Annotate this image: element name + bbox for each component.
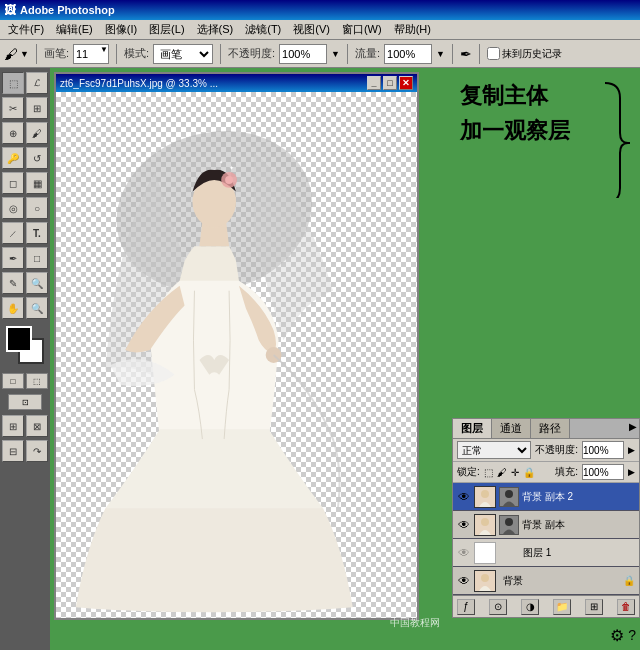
opacity-input[interactable] — [279, 44, 327, 64]
app-icon: 🖼 — [4, 3, 16, 17]
shape-tool[interactable]: □ — [26, 247, 48, 269]
pen-tool[interactable]: ✒ — [2, 247, 24, 269]
brush-tool[interactable]: 🖌 — [26, 122, 48, 144]
menu-select[interactable]: 选择(S) — [191, 20, 240, 39]
mode-select[interactable]: 画笔 — [153, 44, 213, 64]
opacity-arrow[interactable]: ▶ — [628, 445, 635, 455]
brush-dropdown-arrow[interactable]: ▼ — [20, 49, 29, 59]
close-btn[interactable]: ✕ — [399, 76, 413, 90]
menu-image[interactable]: 图像(I) — [99, 20, 143, 39]
opacity-arrow[interactable]: ▼ — [331, 49, 340, 59]
text-tool[interactable]: T. — [26, 222, 48, 244]
eyedropper-tool[interactable]: 🔍 — [26, 272, 48, 294]
tab-paths[interactable]: 路径 — [531, 419, 570, 438]
lock-paint-btn[interactable]: 🖌 — [497, 467, 507, 478]
blur-tool[interactable]: ◎ — [2, 197, 24, 219]
menu-edit[interactable]: 编辑(E) — [50, 20, 99, 39]
history-checkbox-label[interactable]: 抹到历史记录 — [487, 47, 562, 61]
title-bar: 🖼 Adobe Photoshop — [0, 0, 640, 20]
layer-name-2: 图层 1 — [523, 546, 635, 560]
slice-tool[interactable]: ⊞ — [26, 97, 48, 119]
eraser-tool[interactable]: ◻ — [2, 172, 24, 194]
menu-layer[interactable]: 图层(L) — [143, 20, 190, 39]
brush-tool-indicator: 🖌 ▼ — [4, 46, 29, 62]
dodge-tool[interactable]: ○ — [26, 197, 48, 219]
panel-menu-btn[interactable]: ▶ — [627, 419, 639, 438]
clone-tool[interactable]: 🔑 — [2, 147, 24, 169]
screen-mode-btn[interactable]: ⊡ — [8, 394, 42, 410]
layer-visibility-2[interactable]: 👁 — [457, 546, 471, 560]
layer-visibility-1[interactable]: 👁 — [457, 518, 471, 532]
layer-row-3[interactable]: 👁 背景 🔒 — [453, 567, 639, 595]
layer-thumbnail-1 — [474, 514, 496, 536]
crop-tool[interactable]: ✂ — [2, 97, 24, 119]
history-checkbox[interactable] — [487, 47, 500, 60]
lasso-tool[interactable]: 𝓛 — [26, 72, 48, 94]
healing-tool[interactable]: ⊕ — [2, 122, 24, 144]
annotation-tool[interactable]: ✎ — [2, 272, 24, 294]
maximize-btn[interactable]: □ — [383, 76, 397, 90]
layer-group-btn[interactable]: 📁 — [553, 599, 571, 615]
layer-visibility-3[interactable]: 👁 — [457, 574, 471, 588]
new-layer-btn[interactable]: ⊞ — [585, 599, 603, 615]
minimize-btn[interactable]: _ — [367, 76, 381, 90]
fill-input[interactable] — [582, 464, 624, 480]
svg-point-7 — [481, 490, 489, 498]
lock-transparent-btn[interactable]: ⬚ — [484, 467, 493, 478]
mode-switcher: □ ⬚ — [2, 373, 48, 389]
opacity-label: 不透明度: — [535, 443, 578, 457]
airbrush-btn[interactable]: ✒ — [460, 46, 472, 62]
tool-row-10: ✋ 🔍 — [2, 297, 48, 319]
menu-help[interactable]: 帮助(H) — [388, 20, 437, 39]
app-title: Adobe Photoshop — [20, 4, 115, 16]
tool-row-7: ⟋ T. — [2, 222, 48, 244]
settings-icon[interactable]: ⚙ — [610, 626, 624, 645]
bottom-icons: ⚙ ? — [450, 620, 640, 650]
layer-thumbnail-3 — [474, 570, 496, 592]
menu-file[interactable]: 文件(F) — [2, 20, 50, 39]
layer-row-1[interactable]: 👁 背景 副本 — [453, 511, 639, 539]
extra-tool-3[interactable]: ⊟ — [2, 440, 24, 462]
flow-input[interactable] — [384, 44, 432, 64]
hand-tool[interactable]: ✋ — [2, 297, 24, 319]
flow-arrow[interactable]: ▼ — [436, 49, 445, 59]
tab-channels[interactable]: 通道 — [492, 419, 531, 438]
quick-mask-mode[interactable]: ⬚ — [26, 373, 48, 389]
delete-layer-btn[interactable]: 🗑 — [617, 599, 635, 615]
layer-lock-3: 🔒 — [623, 575, 635, 586]
layer-mask-btn[interactable]: ⊙ — [489, 599, 507, 615]
lock-all-btn[interactable]: 🔒 — [523, 467, 535, 478]
menu-window[interactable]: 窗口(W) — [336, 20, 388, 39]
gradient-tool[interactable]: ▦ — [26, 172, 48, 194]
layer-row-2[interactable]: 👁 图层 1 — [453, 539, 639, 567]
layer-thumbnail-0 — [474, 486, 496, 508]
menu-view[interactable]: 视图(V) — [287, 20, 336, 39]
extra-tool-4[interactable]: ↷ — [26, 440, 48, 462]
marquee-tool[interactable]: ⬚ — [2, 72, 24, 94]
adjustment-layer-btn[interactable]: ◑ — [521, 599, 539, 615]
opacity-input[interactable] — [582, 441, 624, 459]
opacity-label: 不透明度: — [228, 46, 275, 61]
brush-size-control[interactable]: ▼ — [73, 44, 109, 64]
window-controls: _ □ ✕ — [367, 76, 413, 90]
history-brush-tool[interactable]: ↺ — [26, 147, 48, 169]
extra-tool-2[interactable]: ⊠ — [26, 415, 48, 437]
menu-filter[interactable]: 滤镜(T) — [239, 20, 287, 39]
layer-style-btn[interactable]: ƒ — [457, 599, 475, 615]
layer-row-0[interactable]: 👁 背景 副本 2 — [453, 483, 639, 511]
tab-layers[interactable]: 图层 — [453, 419, 492, 438]
path-tool[interactable]: ⟋ — [2, 222, 24, 244]
extra-tool-1[interactable]: ⊞ — [2, 415, 24, 437]
lock-move-btn[interactable]: ✛ — [511, 467, 519, 478]
layers-tabs: 图层 通道 路径 ▶ — [453, 419, 639, 439]
foreground-color[interactable] — [6, 326, 32, 352]
tool-row-5: ◻ ▦ — [2, 172, 48, 194]
color-picker[interactable] — [6, 326, 44, 364]
layer-visibility-0[interactable]: 👁 — [457, 490, 471, 504]
zoom-tool[interactable]: 🔍 — [26, 297, 48, 319]
fill-arrow[interactable]: ▶ — [628, 467, 635, 477]
help-bottom-icon[interactable]: ? — [628, 627, 636, 643]
standard-mode[interactable]: □ — [2, 373, 24, 389]
blend-mode-select[interactable]: 正常 — [457, 441, 531, 459]
brush-size-arrow[interactable]: ▼ — [100, 45, 108, 54]
